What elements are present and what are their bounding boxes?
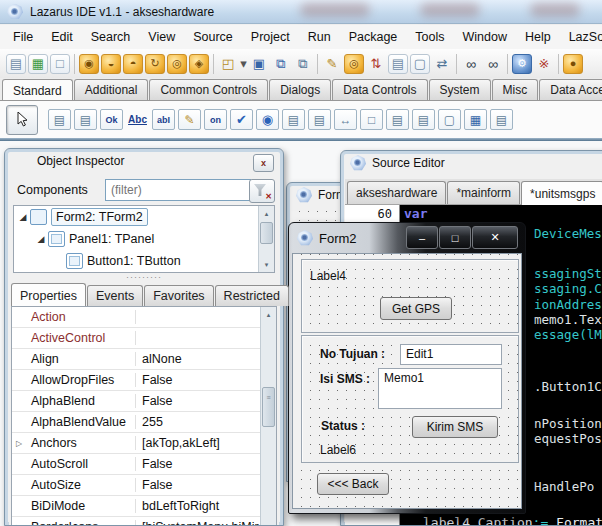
expander-icon[interactable]: ▷	[12, 523, 26, 526]
property-row[interactable]: AlphaBlendValue 255	[12, 412, 276, 433]
back-button[interactable]: <<< Back	[317, 473, 389, 495]
save-all-icon[interactable]: ⧉	[271, 54, 291, 74]
property-row[interactable]: Action	[12, 307, 276, 328]
open-icon[interactable]: ◉	[79, 54, 99, 74]
tlistbox-icon[interactable]: ▤	[282, 109, 305, 130]
tab-restricted[interactable]: Restricted	[215, 285, 289, 306]
property-name[interactable]: BiDiMode	[26, 499, 136, 513]
tab-events[interactable]: Events	[87, 285, 143, 306]
close-button[interactable]: ✕	[472, 226, 518, 249]
menu-item-view[interactable]: View	[139, 27, 184, 47]
menu-item-run[interactable]: Run	[299, 27, 340, 47]
tree-expanded-icon[interactable]: ◢	[18, 212, 28, 222]
object-inspector-window[interactable]: Object Inspector x Components ✕ ◢ For	[4, 148, 284, 526]
new-form-icon[interactable]: ▦	[28, 54, 48, 74]
tmainmenu-icon[interactable]: ▤	[48, 109, 71, 130]
menu-item-lazsolutions[interactable]: LazSolutions	[560, 27, 602, 47]
scroll-up-icon[interactable]: ▴	[262, 308, 275, 321]
scrollbar-thumb[interactable]	[260, 222, 273, 244]
edit1-field[interactable]: Edit1	[400, 344, 502, 365]
property-row[interactable]: Align alNone	[12, 349, 276, 370]
property-value[interactable]: 255	[136, 415, 276, 429]
palette-tab-additional[interactable]: Additional	[74, 79, 149, 100]
filter-input[interactable]	[105, 179, 251, 201]
menu-item-tools[interactable]: Tools	[406, 27, 453, 47]
property-row[interactable]: ▷ BorderIcons [biSystemMenu,biMir	[12, 517, 276, 525]
object-inspector-titlebar[interactable]: Object Inspector	[5, 149, 283, 173]
property-name[interactable]: Align	[26, 352, 136, 366]
property-name[interactable]: AllowDropFiles	[26, 373, 136, 387]
scroll-down-icon[interactable]: ▾	[260, 258, 273, 271]
palette-tab-common-controls[interactable]: Common Controls	[149, 79, 268, 100]
tbutton-icon[interactable]: Ok	[100, 109, 123, 130]
source-editor-titlebar[interactable]: Source Editor	[341, 151, 602, 175]
tlabel-icon[interactable]: Abc	[126, 109, 149, 130]
revert-icon[interactable]: ↻	[145, 54, 165, 74]
tree-node-label[interactable]: Button1: TButton	[87, 254, 181, 268]
sms-panel[interactable]: No Tujuan : Edit1 Isi SMS : Memo1 Status…	[301, 335, 519, 463]
find-icon[interactable]: ◎	[344, 54, 364, 74]
property-value[interactable]: False	[136, 478, 276, 492]
menu-item-package[interactable]: Package	[340, 27, 407, 47]
tactionlist-icon[interactable]: ▤	[490, 109, 513, 130]
tree-node-label[interactable]: Form2: TForm2	[51, 208, 148, 226]
scroll-up-icon[interactable]: ▴	[260, 207, 273, 220]
new-unit-icon[interactable]: ▤	[6, 54, 26, 74]
tab-mainform[interactable]: *mainform	[447, 181, 520, 204]
filter-funnel-button[interactable]: ✕	[249, 179, 275, 203]
tcheckbox-icon[interactable]: ✔	[230, 109, 253, 130]
build-icon[interactable]: ⚙	[512, 54, 532, 74]
palette-tab-standard[interactable]: Standard	[2, 79, 73, 101]
property-name[interactable]: AutoSize	[26, 478, 136, 492]
change-build-mode-icon[interactable]: ◰	[218, 54, 238, 74]
tscrollbar-icon[interactable]: ↔	[334, 109, 357, 130]
open-find-icon[interactable]: ◎	[167, 54, 187, 74]
tradiobutton-icon[interactable]: ◉	[256, 109, 279, 130]
property-value[interactable]: [akTop,akLeft]	[136, 436, 276, 450]
maximize-button[interactable]: □	[439, 226, 471, 249]
chevron-down-icon[interactable]: ▾	[240, 54, 247, 74]
property-row[interactable]: ActiveControl	[12, 328, 276, 349]
tree-expanded-icon[interactable]: ◢	[36, 234, 46, 244]
edit-form-icon[interactable]: ✎	[322, 54, 342, 74]
object-inspector-close-icon[interactable]: x	[253, 154, 274, 172]
component-tree[interactable]: ◢ Form2: TForm2 ◢ Panel1: TPanel Button1…	[13, 205, 275, 273]
property-name[interactable]: AlphaBlend	[26, 394, 136, 408]
property-name[interactable]: ActiveControl	[26, 331, 136, 345]
property-value[interactable]: False	[136, 457, 276, 471]
minimize-button[interactable]: –	[406, 226, 438, 249]
open-package-icon[interactable]: ◈	[189, 54, 209, 74]
tpanel-icon[interactable]: ▢	[438, 109, 461, 130]
tmemo-icon[interactable]: ✎	[178, 109, 201, 130]
property-grid[interactable]: Action ActiveControl Align alNone	[11, 306, 277, 525]
menu-item-source[interactable]: Source	[184, 27, 242, 47]
save-icon[interactable]: ▣	[249, 54, 269, 74]
menu-item-file[interactable]: File	[4, 27, 42, 47]
property-row[interactable]: AutoScroll False	[12, 454, 276, 475]
property-value[interactable]: False	[136, 394, 276, 408]
property-name[interactable]: AlphaBlendValue	[26, 415, 136, 429]
get-gps-button[interactable]: Get GPS	[380, 297, 452, 320]
tree-scrollbar[interactable]: ▴ ▾	[258, 206, 274, 272]
form2-client-area[interactable]: Label4 Get GPS No Tujuan : Edit1 Isi SMS…	[292, 253, 522, 509]
ttogglebox-icon[interactable]: on	[204, 109, 227, 130]
palette-tab-system[interactable]: System	[429, 79, 491, 100]
hierarchy-icon[interactable]: ※	[534, 54, 554, 74]
tree-node-panel1[interactable]: ◢ Panel1: TPanel	[14, 228, 274, 250]
property-name[interactable]: Anchors	[26, 436, 136, 450]
copy-icon[interactable]: ⧉	[293, 54, 313, 74]
tedit-icon[interactable]: abI	[152, 109, 175, 130]
gps-panel[interactable]: Label4 Get GPS	[301, 259, 519, 333]
tpopupmenu-icon[interactable]: ▤	[74, 109, 97, 130]
open-form-icon[interactable]: ◓	[123, 54, 143, 74]
new-window-icon[interactable]: □	[50, 54, 70, 74]
grid-scrollbar[interactable]: ▴ ≡	[260, 307, 276, 525]
run-icon[interactable]: ●	[563, 54, 583, 74]
property-name[interactable]: Action	[26, 310, 136, 324]
splitter-handle[interactable]: ·········	[9, 274, 279, 282]
tab-properties[interactable]: Properties	[11, 283, 86, 307]
palette-tab-misc[interactable]: Misc	[492, 79, 539, 100]
main-titlebar[interactable]: Lazarus IDE v1.1 - akseshardware	[0, 0, 602, 24]
tab-unitsmsgps[interactable]: *unitsmsgps	[521, 181, 602, 205]
property-row[interactable]: BiDiMode bdLeftToRight	[12, 496, 276, 517]
